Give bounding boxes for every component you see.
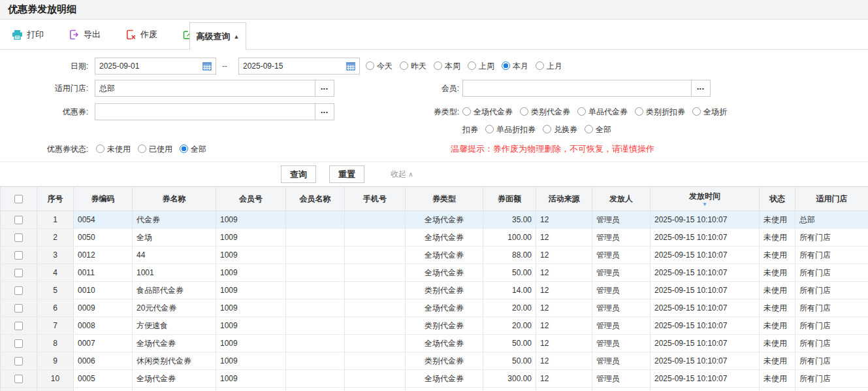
date-quick-option[interactable]: 上月 — [536, 61, 562, 71]
coupon-type-option[interactable]: 全场代金券 — [462, 107, 513, 116]
collapse-toggle[interactable]: 收起 ∧ — [391, 165, 413, 183]
ellipsis-icon[interactable]: ••• — [691, 80, 710, 96]
coupon-status-option[interactable]: 全部 — [180, 144, 206, 154]
row-checkbox[interactable] — [14, 375, 23, 383]
column-header-序号: 序号 — [37, 187, 74, 211]
table-row[interactable]: 100005全场代金券1009全场代金券300.0012管理员2025-09-1… — [1, 370, 868, 388]
cell-member_no: 1009 — [216, 246, 286, 264]
table-row[interactable]: 20050全场1009全场代金券100.0012管理员2025-09-15 10… — [1, 229, 868, 246]
cell-issuer: 管理员 — [592, 229, 651, 246]
row-checkbox[interactable] — [14, 251, 23, 260]
table-row[interactable]: 80007全场代金券1009全场代金券50.0012管理员2025-09-15 … — [1, 335, 868, 352]
date-quick-option[interactable]: 上周 — [468, 61, 494, 71]
void-icon — [125, 29, 137, 40]
column-header-label: 会员名称 — [287, 194, 343, 205]
radio-icon — [96, 144, 104, 153]
column-header-label: 会员号 — [217, 194, 284, 205]
column-header-发放时间: 发放时间▼ — [651, 187, 760, 211]
cell-name: 休闲类别代金券 — [133, 352, 216, 370]
column-header-label: 券编码 — [75, 194, 131, 205]
query-button[interactable]: 查询 — [281, 165, 316, 183]
print-button[interactable]: 打印 — [12, 29, 44, 41]
member-label: 会员: — [371, 80, 459, 97]
cell-seq — [37, 388, 74, 391]
coupon-status-option[interactable]: 未使用 — [96, 144, 131, 154]
member-input[interactable] — [463, 80, 691, 96]
table-row[interactable]: 4001110011009全场代金券50.0012管理员2025-09-15 1… — [1, 264, 868, 282]
table-row[interactable]: 50010食品部代金券1009类别代金券14.0012管理员2025-09-15… — [1, 282, 868, 299]
calendar-icon[interactable] — [201, 60, 213, 74]
column-header-会员号: 会员号 — [216, 187, 286, 211]
radio-icon — [543, 125, 551, 133]
cell-time: 2025-09-15 10:10:07 — [651, 229, 760, 246]
radio-icon — [138, 144, 146, 153]
row-checkbox[interactable] — [14, 286, 23, 295]
table-row[interactable]: 90006休闲类别代金券1009类别代金券50.0012管理员2025-09-1… — [1, 352, 868, 370]
column-header-label: 发放人 — [594, 194, 649, 205]
ellipsis-icon[interactable]: ••• — [315, 104, 334, 120]
row-checkbox[interactable] — [14, 322, 23, 330]
coupon-type-option[interactable]: 全部 — [585, 125, 611, 134]
coupon-type-option[interactable]: 兑换券 — [543, 125, 577, 134]
radio-icon — [520, 107, 528, 116]
coupon-type-option[interactable]: 类别代金券 — [520, 107, 570, 116]
advanced-query-button[interactable]: 高级查询 ▲ — [189, 22, 246, 50]
table-row[interactable]: 10054代金券1009全场代金券35.0012管理员2025-09-15 10… — [1, 211, 868, 229]
cell-time: 2025-09-15 10:10:07 — [651, 352, 760, 370]
date-quick-option[interactable]: 本周 — [434, 61, 460, 71]
void-button[interactable]: 作废 — [125, 29, 157, 41]
row-checkbox[interactable] — [14, 216, 23, 224]
cell-store: 所有门店 — [796, 299, 868, 317]
date-quick-option[interactable]: 昨天 — [400, 61, 426, 71]
page-title: 优惠券发放明细 — [8, 3, 76, 16]
column-header-发放人: 发放人 — [592, 187, 651, 211]
row-checkbox[interactable] — [14, 304, 23, 313]
reset-button[interactable]: 重置 — [329, 165, 364, 183]
calendar-icon[interactable] — [345, 60, 357, 74]
cell-store: 所有门店 — [796, 246, 868, 264]
coupon-type-option[interactable]: 类别折扣券 — [635, 107, 685, 116]
cell-name: 全场代金券 — [133, 335, 216, 352]
date-to-input[interactable] — [238, 58, 360, 75]
store-input[interactable] — [95, 80, 315, 96]
coupon-status-option[interactable]: 已使用 — [138, 144, 172, 154]
date-from-input[interactable] — [95, 58, 216, 75]
cell-seq: 4 — [37, 264, 74, 282]
row-checkbox-cell — [1, 282, 37, 299]
coupon-type-radio-group: 全场代金券类别代金券单品代金券类别折扣券全场折扣券单品折扣券兑换券全部 — [462, 103, 731, 139]
warning-text: 温馨提示：券作废为物理删除，不可恢复，请谨慎操作 — [451, 141, 654, 158]
row-checkbox[interactable] — [14, 233, 23, 242]
coupon-type-option-label: 兑换券 — [554, 125, 577, 134]
title-bar: 优惠券发放明细 — [0, 0, 868, 20]
table-row[interactable]: 6000920元代金券1009全场代金券20.0012管理员2025-09-15… — [1, 299, 868, 317]
date-quick-option-label: 本月 — [513, 61, 528, 71]
row-checkbox[interactable] — [14, 339, 23, 348]
cell-code: 0011 — [74, 264, 133, 282]
row-checkbox[interactable] — [14, 269, 23, 277]
ellipsis-icon[interactable]: ••• — [315, 80, 334, 96]
table-row[interactable]: 30012441009全场代金券88.0012管理员2025-09-15 10:… — [1, 246, 868, 264]
cell-amount: 35.00 — [483, 211, 536, 229]
cell-seq: 1 — [37, 211, 74, 229]
table-row[interactable]: 70008方便速食1009类别代金券20.0012管理员2025-09-15 1… — [1, 317, 868, 335]
date-quick-option[interactable]: 本月 — [502, 61, 528, 71]
cell-name: 代金券 — [133, 211, 216, 229]
cell-member_name — [286, 388, 345, 391]
coupon-type-option[interactable]: 单品折扣券 — [485, 125, 536, 134]
export-button[interactable]: 导出 — [69, 29, 101, 41]
select-all-checkbox[interactable] — [14, 195, 23, 203]
cell-seq: 10 — [37, 370, 74, 388]
sort-desc-icon[interactable]: ▼ — [652, 202, 758, 207]
cell-type: 全场代金券 — [406, 370, 483, 388]
column-header-状态: 状态 — [760, 187, 796, 211]
coupon-type-option[interactable]: 单品代金券 — [577, 107, 628, 116]
date-quick-option[interactable]: 今天 — [366, 61, 393, 71]
coupon-input[interactable] — [95, 104, 315, 120]
cell-member_name — [286, 352, 345, 370]
store-picker: ••• — [95, 80, 334, 97]
panel-divider — [0, 162, 868, 162]
cell-source: 12 — [536, 282, 592, 299]
cell-member_no: 1009 — [216, 335, 286, 352]
cell-status — [760, 388, 796, 391]
row-checkbox[interactable] — [14, 357, 23, 366]
